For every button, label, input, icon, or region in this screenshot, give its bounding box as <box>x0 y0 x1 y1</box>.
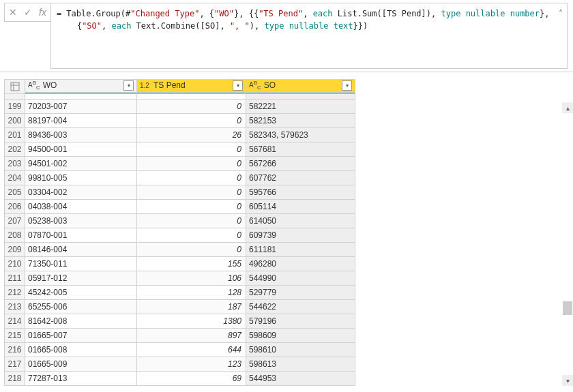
column-header-so[interactable]: ABC SO ▾ <box>246 80 355 94</box>
row-number[interactable]: 217 <box>5 357 25 372</box>
cell-so[interactable]: 544622 <box>246 300 355 314</box>
column-header-ts-pend[interactable]: 1.2 TS Pend ▾ <box>137 80 246 94</box>
row-number[interactable]: 211 <box>5 271 25 286</box>
table-row[interactable]: 20604038-0040605114 <box>5 200 355 214</box>
table-row[interactable]: 19970203-0070582221 <box>5 100 355 114</box>
cell-ts-pend[interactable]: 644 <box>137 343 246 357</box>
formula-input[interactable]: = Table.Group(#"Changed Type", {"WO"}, {… <box>50 3 568 69</box>
column-header-wo[interactable]: ABC WO ▾ <box>25 80 137 94</box>
cell-so[interactable]: 598610 <box>246 343 355 357</box>
table-row[interactable]: 20294500-0010567681 <box>5 142 355 157</box>
row-number[interactable]: 199 <box>5 100 25 114</box>
cell-ts-pend[interactable]: 155 <box>137 257 246 271</box>
table-row[interactable]: 20394501-0020567266 <box>5 157 355 171</box>
datatype-decimal-icon[interactable]: 1.2 <box>140 82 151 89</box>
table-row[interactable]: 21481642-0081380579196 <box>5 314 355 329</box>
cell-so[interactable]: 582221 <box>246 100 355 114</box>
cell-so[interactable]: 605114 <box>246 200 355 214</box>
row-number[interactable]: 213 <box>5 300 25 314</box>
cell-ts-pend[interactable]: 26 <box>137 128 246 142</box>
cell-wo[interactable]: 88197-004 <box>25 114 137 128</box>
filter-dropdown-icon[interactable]: ▾ <box>123 80 134 91</box>
cell-ts-pend[interactable]: 1380 <box>137 314 246 329</box>
cell-ts-pend[interactable]: 187 <box>137 300 246 314</box>
cell-wo[interactable]: 01665-008 <box>25 343 137 357</box>
row-number[interactable]: 214 <box>5 314 25 329</box>
row-number[interactable]: 210 <box>5 257 25 271</box>
table-row[interactable]: 21245242-005128529779 <box>5 286 355 300</box>
row-number[interactable]: 206 <box>5 200 25 214</box>
row-number[interactable]: 216 <box>5 343 25 357</box>
table-row[interactable]: 21501665-007897598609 <box>5 329 355 343</box>
cell-so[interactable]: 598609 <box>246 329 355 343</box>
cell-ts-pend[interactable]: 0 <box>137 243 246 257</box>
cell-so[interactable]: 567681 <box>246 142 355 157</box>
table-row[interactable]: 21071350-011155496280 <box>5 257 355 271</box>
cell-wo[interactable]: 03304-002 <box>25 185 137 200</box>
fx-icon[interactable]: fx <box>39 6 46 18</box>
table-row[interactable]: 20908146-0040611181 <box>5 243 355 257</box>
table-row[interactable]: 21601665-008644598610 <box>5 343 355 357</box>
cell-wo[interactable]: 65255-006 <box>25 300 137 314</box>
cancel-icon[interactable]: ✕ <box>9 6 17 18</box>
table-row[interactable]: 21701665-009123598613 <box>5 357 355 372</box>
cell-wo[interactable]: 89436-003 <box>25 128 137 142</box>
cell-so[interactable]: 529779 <box>246 286 355 300</box>
cell-wo[interactable]: 77287-013 <box>25 372 137 386</box>
cell-wo[interactable]: 99810-005 <box>25 171 137 185</box>
cell-so[interactable]: 567266 <box>246 157 355 171</box>
cell-ts-pend[interactable]: 0 <box>137 200 246 214</box>
cell-ts-pend[interactable]: 0 <box>137 100 246 114</box>
cell-so[interactable]: 598613 <box>246 357 355 372</box>
row-number[interactable]: 200 <box>5 114 25 128</box>
cell-so[interactable]: 595766 <box>246 185 355 200</box>
table-row[interactable]: 20499810-0050607762 <box>5 171 355 185</box>
cell-wo[interactable]: 01665-009 <box>25 357 137 372</box>
table-row[interactable]: 20088197-0040582153 <box>5 114 355 128</box>
collapse-formula-icon[interactable]: ˄ <box>559 7 563 20</box>
cell-so[interactable]: 579196 <box>246 314 355 329</box>
table-row[interactable]: 20189436-00326582343, 579623 <box>5 128 355 142</box>
cell-ts-pend[interactable]: 69 <box>137 372 246 386</box>
cell-so[interactable]: 544953 <box>246 372 355 386</box>
table-row[interactable]: 20807870-0010609739 <box>5 228 355 243</box>
cell-wo[interactable]: 94500-001 <box>25 142 137 157</box>
row-number[interactable]: 202 <box>5 142 25 157</box>
row-number[interactable]: 212 <box>5 286 25 300</box>
cell-so[interactable]: 607762 <box>246 171 355 185</box>
datatype-text-icon[interactable]: ABC <box>28 80 40 91</box>
cell-ts-pend[interactable]: 0 <box>137 171 246 185</box>
cell-ts-pend[interactable]: 0 <box>137 142 246 157</box>
row-number[interactable]: 201 <box>5 128 25 142</box>
row-number[interactable]: 204 <box>5 171 25 185</box>
cell-ts-pend[interactable]: 106 <box>137 271 246 286</box>
accept-icon[interactable]: ✓ <box>24 6 32 18</box>
cell-ts-pend[interactable]: 0 <box>137 228 246 243</box>
cell-wo[interactable]: 71350-011 <box>25 257 137 271</box>
table-row[interactable]: 21877287-01369544953 <box>5 372 355 386</box>
cell-so[interactable]: 582343, 579623 <box>246 128 355 142</box>
row-number[interactable]: 207 <box>5 214 25 228</box>
row-number[interactable]: 215 <box>5 329 25 343</box>
cell-wo[interactable]: 07870-001 <box>25 228 137 243</box>
cell-ts-pend[interactable]: 0 <box>137 185 246 200</box>
cell-wo[interactable]: 08146-004 <box>25 243 137 257</box>
cell-wo[interactable]: 94501-002 <box>25 157 137 171</box>
datatype-text-icon[interactable]: ABC <box>249 80 261 91</box>
scroll-up-button[interactable]: ▴ <box>562 102 573 113</box>
cell-so[interactable]: 609739 <box>246 228 355 243</box>
cell-wo[interactable]: 01665-007 <box>25 329 137 343</box>
cell-so[interactable]: 582153 <box>246 114 355 128</box>
filter-dropdown-icon[interactable]: ▾ <box>342 80 352 91</box>
cell-ts-pend[interactable]: 0 <box>137 114 246 128</box>
cell-wo[interactable]: 05917-012 <box>25 271 137 286</box>
cell-so[interactable]: 496280 <box>246 257 355 271</box>
row-number[interactable]: 209 <box>5 243 25 257</box>
cell-wo[interactable]: 45242-005 <box>25 286 137 300</box>
cell-wo[interactable]: 70203-007 <box>25 100 137 114</box>
row-number[interactable]: 203 <box>5 157 25 171</box>
row-number[interactable]: 205 <box>5 185 25 200</box>
row-number[interactable]: 218 <box>5 372 25 386</box>
cell-ts-pend[interactable]: 128 <box>137 286 246 300</box>
cell-ts-pend[interactable]: 123 <box>137 357 246 372</box>
